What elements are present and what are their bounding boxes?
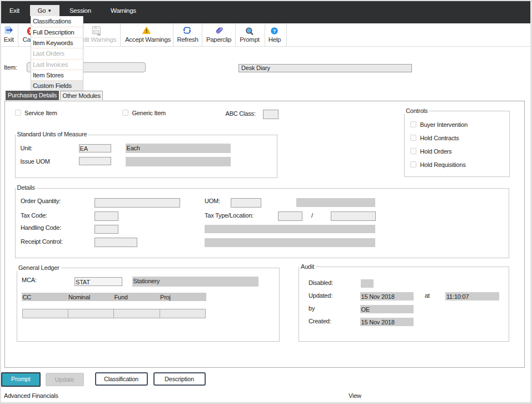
svg-text:?: ? — [273, 28, 276, 34]
